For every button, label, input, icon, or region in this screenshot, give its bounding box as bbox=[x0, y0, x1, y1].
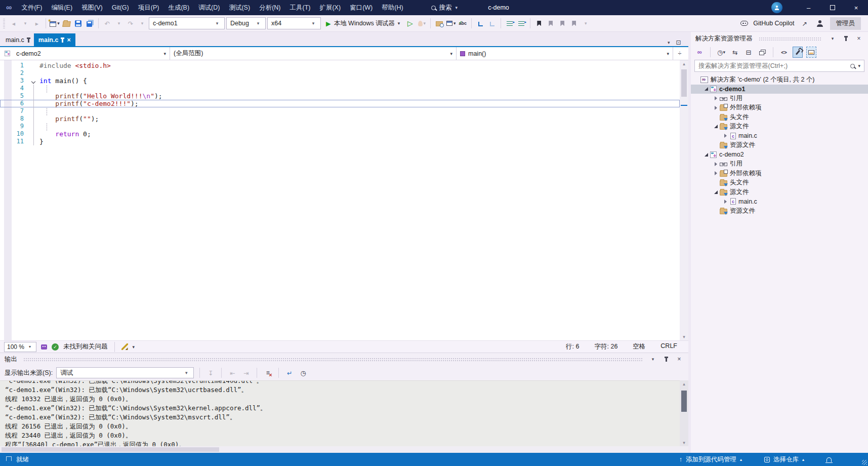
show-all-files-icon[interactable] bbox=[757, 47, 767, 58]
tree-item[interactable]: 源文件 bbox=[691, 122, 868, 132]
indent-increase-button[interactable] bbox=[505, 17, 515, 29]
code-line[interactable]: 10 return 0; bbox=[0, 130, 680, 138]
sign-in-button[interactable] bbox=[815, 17, 825, 29]
tab-main-c-pinned[interactable]: main.c bbox=[1, 33, 34, 46]
word-wrap-icon[interactable]: ↵ bbox=[284, 367, 295, 379]
output-vertical-scrollbar[interactable]: ▴ ▾ bbox=[680, 380, 688, 446]
close-icon[interactable]: × bbox=[675, 356, 684, 363]
code-line[interactable]: 5 printf("Hello World!!!\n"); bbox=[0, 92, 680, 100]
select-repository-button[interactable]: 选择仓库 ▴ bbox=[764, 455, 804, 464]
new-project-button[interactable]: ▾ bbox=[50, 17, 60, 29]
menu-item[interactable]: 扩展(X) bbox=[315, 0, 345, 15]
output-horizontal-scrollbar[interactable] bbox=[0, 446, 688, 453]
clear-bookmarks-button[interactable] bbox=[569, 17, 579, 29]
code-line[interactable]: 4 bbox=[0, 85, 680, 92]
menu-item[interactable]: 视图(V) bbox=[77, 0, 107, 15]
code-cleanup-dropdown-icon[interactable]: ▾ bbox=[133, 344, 135, 350]
toolbar-grip[interactable] bbox=[3, 18, 5, 28]
member-dropdown[interactable]: main() ▾ bbox=[457, 47, 673, 60]
close-tab-icon[interactable]: × bbox=[67, 36, 70, 44]
tree-item[interactable]: 引用 bbox=[691, 160, 868, 169]
notifications-bell-icon[interactable] bbox=[826, 457, 832, 462]
next-bookmark-button[interactable] bbox=[557, 17, 567, 29]
undo-button[interactable]: ↶ bbox=[102, 17, 112, 29]
scrollbar-thumb[interactable] bbox=[681, 69, 687, 97]
output-source-dropdown[interactable]: 调试 ▾ bbox=[56, 367, 194, 378]
tree-item[interactable]: 引用 bbox=[691, 94, 868, 103]
project-dropdown[interactable]: c-demo2 ▾ bbox=[0, 47, 170, 60]
redo-button[interactable]: ↷ bbox=[126, 17, 136, 29]
pin-output-icon[interactable]: ↧ bbox=[205, 367, 216, 379]
close-button[interactable]: × bbox=[844, 0, 868, 15]
tree-item[interactable]: main.c bbox=[691, 131, 868, 141]
search-box[interactable]: 搜索 ▾ bbox=[431, 4, 458, 12]
menu-item[interactable]: 测试(S) bbox=[224, 0, 255, 15]
pin-icon[interactable] bbox=[841, 36, 850, 41]
pending-changes-filter-icon[interactable]: ◷▾ bbox=[716, 47, 726, 58]
tree-item[interactable]: main.c bbox=[691, 197, 868, 207]
code-line[interactable]: 11} bbox=[0, 138, 680, 145]
start-debugging-button[interactable]: ▶ 本地 Windows 调试器 ▾ bbox=[322, 17, 403, 29]
output-header[interactable]: 输出 ▾ × bbox=[0, 353, 688, 365]
block-comment-button[interactable] bbox=[487, 17, 497, 29]
toggle-bookmark-button[interactable] bbox=[534, 17, 544, 29]
tree-item[interactable]: c-demo2 bbox=[691, 150, 868, 160]
expand-arrow-icon[interactable] bbox=[702, 153, 710, 157]
clear-all-icon[interactable]: ≡ bbox=[263, 367, 273, 379]
find-in-files-button[interactable] bbox=[434, 17, 444, 29]
expand-arrow-icon[interactable] bbox=[712, 190, 719, 194]
tree-item[interactable]: 头文件 bbox=[691, 112, 868, 122]
menu-item[interactable]: 项目(P) bbox=[134, 0, 164, 15]
menu-item[interactable]: 调试(D) bbox=[194, 0, 224, 15]
pin-icon[interactable] bbox=[662, 357, 671, 362]
expand-arrow-icon[interactable] bbox=[722, 134, 729, 138]
code-line[interactable]: 7 bbox=[0, 107, 680, 115]
fold-chevron-icon[interactable] bbox=[28, 77, 39, 85]
navigate-backward-button[interactable]: ◂ bbox=[9, 17, 19, 29]
hot-reload-button[interactable]: ▾ bbox=[417, 17, 427, 29]
properties-wrench-icon[interactable] bbox=[793, 47, 803, 58]
tab-main-c-active[interactable]: main.c × bbox=[34, 33, 75, 46]
scrollbar-thumb[interactable] bbox=[681, 391, 687, 412]
line-comment-button[interactable] bbox=[475, 17, 485, 29]
prev-bookmark-button[interactable] bbox=[546, 17, 556, 29]
expand-arrow-icon[interactable] bbox=[702, 87, 710, 91]
tree-item[interactable]: 资源文件 bbox=[691, 141, 868, 150]
bookmarks-dropdown-icon[interactable]: ▾ bbox=[581, 17, 591, 29]
code-editor[interactable]: 1#include <stdio.h>23int main() {45 prin… bbox=[0, 60, 680, 340]
health-indicator-icon[interactable] bbox=[41, 344, 47, 350]
sync-with-active-document-icon[interactable]: ⇆ bbox=[730, 47, 740, 58]
solution-search-box[interactable]: ▾ bbox=[694, 60, 864, 72]
tree-item[interactable]: 解决方案 'c-demo' (2 个项目, 共 2 个) bbox=[691, 75, 868, 85]
open-file-button[interactable] bbox=[61, 17, 71, 29]
navigate-forward-button[interactable]: ▸ bbox=[32, 17, 42, 29]
scroll-down-icon[interactable]: ▾ bbox=[680, 334, 688, 339]
add-to-source-control-button[interactable]: ↑ 添加到源代码管理 ▴ bbox=[679, 455, 742, 464]
search-dropdown-icon[interactable]: ▾ bbox=[456, 5, 458, 10]
copilot-icon[interactable] bbox=[740, 21, 748, 26]
resize-grip[interactable] bbox=[862, 460, 867, 465]
minimize-button[interactable]: – bbox=[797, 0, 820, 15]
menu-item[interactable]: 生成(B) bbox=[163, 0, 194, 15]
startup-project-dropdown[interactable]: c-demo1 ▾ bbox=[149, 17, 225, 29]
window-position-icon[interactable]: ▾ bbox=[828, 36, 837, 41]
configuration-dropdown[interactable]: Debug ▾ bbox=[226, 17, 266, 29]
panel-drag-area[interactable] bbox=[23, 358, 642, 361]
code-line[interactable]: 2 bbox=[0, 69, 680, 77]
navigate-backward-dropdown-icon[interactable]: ▾ bbox=[20, 17, 30, 29]
tab-list-dropdown-icon[interactable]: ▾ bbox=[668, 40, 670, 45]
next-message-icon[interactable]: ⇥ bbox=[241, 367, 251, 379]
menu-item[interactable]: 帮助(H) bbox=[377, 0, 407, 15]
menu-item[interactable]: Git(G) bbox=[107, 0, 134, 15]
code-line[interactable]: 9 bbox=[0, 123, 680, 130]
undo-dropdown-icon[interactable]: ▾ bbox=[114, 17, 124, 29]
expand-arrow-icon[interactable] bbox=[712, 106, 719, 110]
pin-icon[interactable] bbox=[28, 39, 29, 43]
output-content[interactable]: “c-demo1.exe”(Win32): 已加载“C:\Windows\Sys… bbox=[0, 380, 680, 446]
switch-views-icon[interactable]: ∞ bbox=[694, 47, 705, 58]
tree-item[interactable]: 外部依赖项 bbox=[691, 169, 868, 178]
expand-arrow-icon[interactable] bbox=[712, 171, 719, 175]
code-line[interactable]: 6 printf("c-demo2!!!"); bbox=[0, 100, 680, 107]
prev-message-icon[interactable]: ⇤ bbox=[227, 367, 237, 379]
eol-indicator[interactable]: CRLF bbox=[660, 342, 677, 351]
